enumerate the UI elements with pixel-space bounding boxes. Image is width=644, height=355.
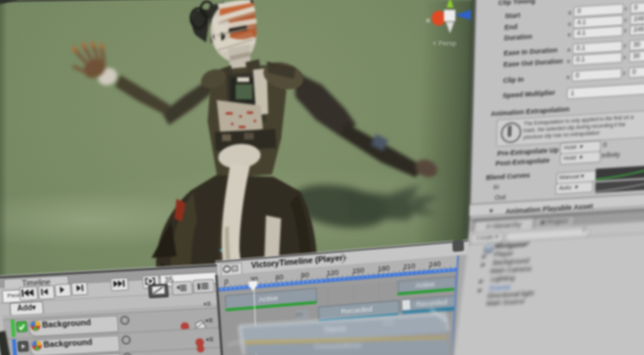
svg-text:Dance: Dance bbox=[324, 324, 347, 334]
svg-text:1.1: 1.1 bbox=[383, 319, 393, 327]
